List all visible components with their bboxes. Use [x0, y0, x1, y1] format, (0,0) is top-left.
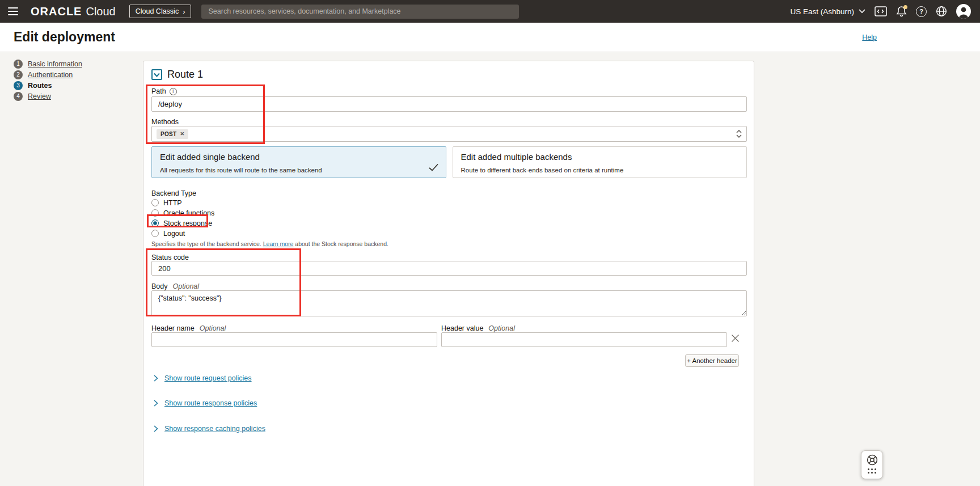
notification-badge-dot: [903, 5, 907, 9]
chevron-right-icon[interactable]: [154, 375, 158, 382]
radio-circle-checked[interactable]: [151, 219, 159, 227]
topbar-right-cluster: US East (Ashburn) ?: [790, 4, 974, 19]
wizard-steps: 1 Basic information 2 Authentication 3 R…: [14, 60, 82, 100]
hint-text-pre: Specifies the type of the backend servic…: [151, 240, 263, 247]
policy-link-text[interactable]: Show route response policies: [164, 399, 257, 407]
brand-oracle: ORACLE: [31, 5, 82, 18]
method-chip-label: POST: [160, 131, 176, 137]
path-label-text: Path: [151, 87, 166, 95]
hint-text-post: about the Stock response backend.: [293, 240, 388, 247]
radio-logout[interactable]: Logout: [151, 229, 185, 238]
header-value-label: Header value Optional: [441, 324, 515, 332]
path-field-label: Path i: [151, 87, 177, 95]
chevron-right-icon[interactable]: [154, 425, 158, 432]
step-label: Routes: [28, 82, 52, 90]
search-input[interactable]: [201, 5, 519, 19]
radio-circle[interactable]: [151, 230, 159, 237]
backend-mode-cards: Edit added single backend All requests f…: [151, 146, 747, 178]
step-label[interactable]: Authentication: [28, 71, 73, 79]
card-title: Edit added multiple backends: [461, 152, 739, 162]
card-single-backend[interactable]: Edit added single backend All requests f…: [151, 146, 446, 178]
methods-label-text: Methods: [151, 118, 179, 126]
radio-oracle-functions[interactable]: Oracle functions: [151, 209, 214, 217]
body-textarea[interactable]: {"status": "success"}: [151, 290, 747, 316]
step-number-badge: 1: [14, 60, 23, 69]
help-link[interactable]: Help: [862, 33, 877, 41]
show-response-caching-policies[interactable]: Show response caching policies: [154, 425, 265, 433]
policy-link-text[interactable]: Show response caching policies: [164, 425, 265, 433]
route-panel: Route 1 Path i Methods POST ✕ Edit added…: [143, 61, 754, 486]
methods-multiselect[interactable]: POST ✕: [151, 126, 747, 142]
region-selector[interactable]: US East (Ashburn): [790, 7, 865, 16]
step-number-badge: 2: [14, 70, 23, 79]
chevron-right-icon: ›: [183, 8, 185, 15]
collapse-route-checkbox[interactable]: [151, 69, 162, 80]
backend-type-hint: Specifies the type of the backend servic…: [151, 240, 388, 247]
page-title: Edit deployment: [14, 29, 115, 45]
region-label: US East (Ashburn): [790, 7, 854, 16]
card-multiple-backends[interactable]: Edit added multiple backends Route to di…: [453, 146, 747, 178]
radio-circle[interactable]: [151, 199, 159, 206]
header-value-label-text: Header value: [441, 324, 483, 332]
show-route-request-policies[interactable]: Show route request policies: [154, 374, 252, 382]
status-code-label: Status code: [151, 253, 189, 261]
wizard-step-authentication[interactable]: 2 Authentication: [14, 70, 82, 79]
status-code-input[interactable]: [151, 261, 747, 276]
card-description: Route to different back-ends based on cr…: [461, 167, 739, 174]
show-route-response-policies[interactable]: Show route response policies: [154, 399, 257, 407]
header-name-input[interactable]: [151, 332, 437, 347]
user-avatar[interactable]: [956, 4, 971, 19]
info-icon[interactable]: i: [170, 88, 177, 95]
radio-label: Logout: [163, 230, 185, 238]
selected-check-icon: [429, 163, 438, 171]
help-icon[interactable]: ?: [916, 6, 927, 17]
topbar: ORACLE Cloud Cloud Classic › US East (As…: [0, 0, 980, 23]
step-number-badge: 4: [14, 92, 23, 101]
cloud-shell-icon[interactable]: [875, 6, 887, 16]
step-number-badge: 3: [14, 81, 23, 90]
header-name-label: Header name Optional: [151, 324, 226, 332]
chevron-down-icon: [859, 9, 865, 14]
radio-label: Oracle functions: [163, 209, 214, 217]
select-stepper-icon[interactable]: [736, 129, 742, 138]
chevron-right-icon[interactable]: [154, 400, 158, 407]
floating-assistant-widget[interactable]: [861, 450, 883, 479]
step-label[interactable]: Basic information: [28, 60, 82, 68]
drag-handle-dots-icon[interactable]: [868, 468, 876, 474]
remove-header-row-icon[interactable]: [731, 334, 740, 345]
radio-stock-response-selected[interactable]: Stock response: [151, 219, 212, 227]
header-value-input[interactable]: [441, 332, 727, 347]
another-header-button[interactable]: + Another header: [685, 354, 739, 367]
method-chip-post: POST ✕: [157, 129, 188, 139]
brand-cloud: Cloud: [86, 5, 115, 18]
radio-http[interactable]: HTTP: [151, 198, 182, 207]
globe-language-icon[interactable]: [936, 6, 947, 17]
path-input[interactable]: [151, 96, 747, 112]
wizard-step-routes-current: 3 Routes: [14, 81, 82, 90]
oracle-cloud-logo: ORACLE Cloud: [31, 5, 116, 18]
radio-circle[interactable]: [151, 209, 159, 217]
cloud-classic-label: Cloud Classic: [136, 7, 179, 15]
backend-type-label: Backend Type: [151, 189, 196, 197]
route-header: Route 1: [151, 69, 203, 81]
menu-hamburger-icon[interactable]: [8, 7, 18, 15]
remove-method-icon[interactable]: ✕: [180, 131, 184, 137]
learn-more-link[interactable]: Learn more: [263, 240, 294, 247]
methods-field-label: Methods: [151, 118, 179, 126]
header-name-label-text: Header name: [151, 324, 195, 332]
optional-tag: Optional: [200, 324, 226, 332]
radio-label: Stock response: [163, 219, 212, 227]
life-ring-icon: [866, 454, 878, 466]
card-description: All requests for this route will route t…: [160, 167, 438, 174]
policy-link-text[interactable]: Show route request policies: [164, 374, 252, 382]
wizard-step-basic-information[interactable]: 1 Basic information: [14, 60, 82, 68]
chevron-down-icon: [154, 73, 160, 77]
notifications-bell-icon[interactable]: [896, 6, 907, 17]
body-label-text: Body: [151, 282, 168, 290]
wizard-step-review[interactable]: 4 Review: [14, 92, 82, 100]
body-field-label: Body Optional: [151, 282, 199, 290]
status-code-label-text: Status code: [151, 253, 189, 261]
cloud-classic-button[interactable]: Cloud Classic ›: [129, 5, 192, 18]
step-label[interactable]: Review: [28, 92, 51, 100]
card-title: Edit added single backend: [160, 152, 438, 162]
